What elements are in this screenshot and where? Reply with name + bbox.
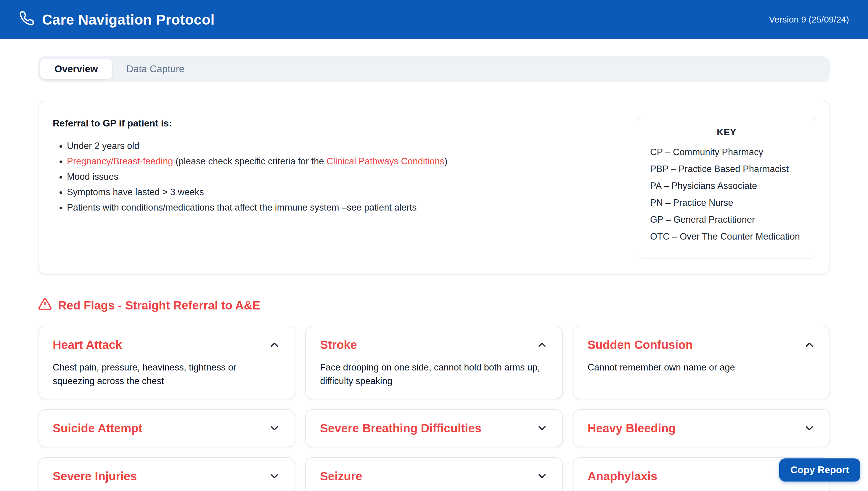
referral-item-text: Patients with conditions/medications tha…: [67, 202, 417, 213]
referral-link[interactable]: Clinical Pathways Conditions: [327, 156, 444, 167]
red-flag-title: Stroke: [320, 337, 357, 352]
key-entry: PN – Practice Nurse: [650, 194, 803, 211]
chevron-down-icon[interactable]: [269, 422, 280, 434]
tab-overview[interactable]: Overview: [40, 59, 112, 79]
referral-link[interactable]: Pregnancy/Breast-feeding: [67, 156, 173, 167]
referral-item-text: Under 2 years old: [67, 141, 140, 151]
referral-item-text: ): [444, 156, 447, 167]
referral-item: Symptoms have lasted > 3 weeks: [67, 184, 624, 200]
red-flag-card-severe-breathing-difficulties: Severe Breathing Difficulties: [305, 409, 563, 447]
chevron-down-icon[interactable]: [536, 470, 548, 482]
chevron-up-icon[interactable]: [536, 339, 548, 351]
key-entry: CP – Community Pharmacy: [650, 144, 803, 161]
chevron-down-icon[interactable]: [269, 470, 280, 482]
referral-list: Under 2 years oldPregnancy/Breast-feedin…: [67, 138, 624, 215]
red-flag-description: Chest pain, pressure, heaviness, tightne…: [53, 361, 280, 388]
key-box: KEY CP – Community PharmacyPBP – Practic…: [638, 117, 815, 259]
red-flag-toggle-severe-breathing-difficulties[interactable]: Severe Breathing Difficulties: [320, 421, 548, 436]
red-flag-toggle-seizure[interactable]: Seizure: [320, 468, 548, 484]
referral-item-text: (please check specific criteria for the: [173, 156, 327, 167]
key-entry: GP – General Practitioner: [650, 211, 803, 228]
red-flag-title: Sudden Confusion: [588, 337, 693, 352]
red-flag-toggle-stroke[interactable]: Stroke: [320, 337, 548, 352]
red-flag-title: Seizure: [320, 468, 362, 484]
red-flag-title: Anaphylaxis: [588, 468, 658, 484]
main-content: OverviewData Capture Referral to GP if p…: [0, 56, 868, 491]
referral-item-text: Mood issues: [67, 171, 118, 182]
key-entries: CP – Community PharmacyPBP – Practice Ba…: [650, 144, 803, 245]
key-title: KEY: [650, 127, 803, 138]
key-entry: PBP – Practice Based Pharmacist: [650, 161, 803, 177]
key-entry: PA – Physicians Associate: [650, 177, 803, 194]
referral-item: Pregnancy/Breast-feeding (please check s…: [67, 154, 624, 169]
referral-item: Mood issues: [67, 169, 624, 184]
red-flag-title: Heavy Bleeding: [588, 421, 676, 436]
chevron-up-icon[interactable]: [804, 339, 815, 351]
warning-triangle-icon: [38, 297, 52, 314]
tab-strip: OverviewData Capture: [38, 56, 830, 82]
chevron-up-icon[interactable]: [269, 339, 280, 351]
referral-item-text: Symptoms have lasted > 3 weeks: [67, 187, 204, 197]
red-flag-toggle-severe-injuries[interactable]: Severe Injuries: [53, 468, 280, 484]
red-flag-description: Cannot remember own name or age: [588, 361, 815, 374]
copy-report-button[interactable]: Copy Report: [779, 458, 860, 482]
red-flags-heading: Red Flags - Straight Referral to A&E: [38, 297, 830, 314]
chevron-down-icon[interactable]: [804, 422, 815, 434]
red-flag-description: Face drooping on one side, cannot hold b…: [320, 361, 548, 388]
referral-item: Under 2 years old: [67, 138, 624, 154]
referral-item: Patients with conditions/medications tha…: [67, 200, 624, 215]
chevron-down-icon[interactable]: [536, 422, 548, 434]
page-title: Care Navigation Protocol: [42, 11, 215, 28]
red-flag-card-stroke: StrokeFace drooping on one side, cannot …: [305, 326, 563, 399]
red-flag-card-severe-injuries: Severe Injuries: [38, 457, 295, 491]
red-flag-card-sudden-confusion: Sudden ConfusionCannot remember own name…: [573, 326, 830, 399]
red-flag-card-heart-attack: Heart AttackChest pain, pressure, heavin…: [38, 326, 295, 399]
red-flag-toggle-heavy-bleeding[interactable]: Heavy Bleeding: [588, 421, 815, 436]
red-flag-toggle-heart-attack[interactable]: Heart Attack: [53, 337, 280, 352]
app-header: Care Navigation Protocol Version 9 (25/0…: [0, 0, 868, 39]
version-label: Version 9 (25/09/24): [769, 15, 849, 25]
tab-data-capture[interactable]: Data Capture: [112, 59, 199, 79]
key-entry: OTC – Over The Counter Medication: [650, 228, 803, 245]
red-flag-title: Severe Breathing Difficulties: [320, 421, 481, 436]
red-flag-toggle-suicide-attempt[interactable]: Suicide Attempt: [53, 421, 280, 436]
red-flag-card-suicide-attempt: Suicide Attempt: [38, 409, 295, 447]
red-flags-grid: Heart AttackChest pain, pressure, heavin…: [38, 326, 830, 491]
red-flags-heading-text: Red Flags - Straight Referral to A&E: [58, 299, 260, 312]
referral-heading: Referral to GP if patient is:: [53, 118, 624, 129]
red-flag-title: Severe Injuries: [53, 468, 137, 484]
red-flag-card-seizure: Seizure: [305, 457, 563, 491]
phone-icon: [19, 11, 34, 28]
referral-info: Referral to GP if patient is: Under 2 ye…: [53, 117, 624, 259]
red-flag-title: Suicide Attempt: [53, 421, 142, 436]
referral-panel: Referral to GP if patient is: Under 2 ye…: [38, 101, 830, 275]
red-flag-title: Heart Attack: [53, 337, 122, 352]
red-flag-card-heavy-bleeding: Heavy Bleeding: [573, 409, 830, 447]
red-flag-toggle-sudden-confusion[interactable]: Sudden Confusion: [588, 337, 815, 352]
